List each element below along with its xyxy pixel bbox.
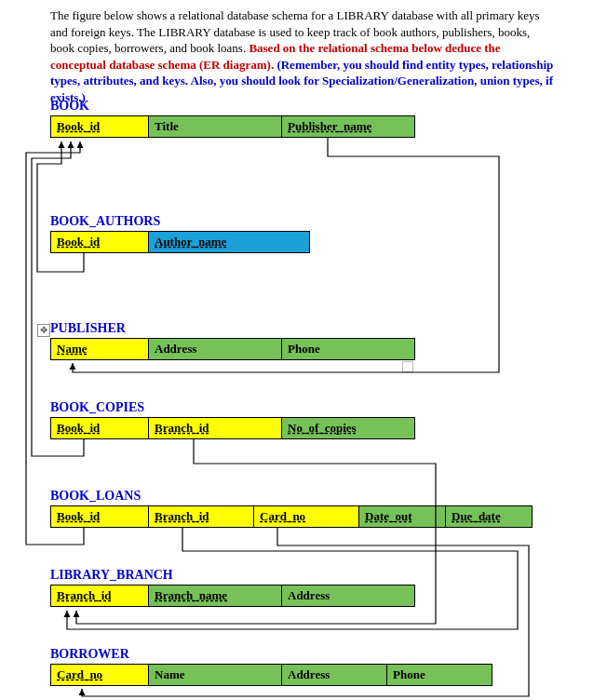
borrower-col-3: Phone: [387, 665, 492, 686]
title-book: BOOK: [50, 99, 89, 114]
book_authors-col-1: Author_name: [149, 232, 310, 253]
library_branch-col-1: Branch_name: [149, 586, 282, 607]
title-book-copies: BOOK_COPIES: [50, 400, 144, 415]
intro-paragraph: The figure below shows a relational data…: [50, 7, 557, 105]
selection-handle-icon: [402, 361, 413, 372]
borrower-col-2: Address: [282, 665, 387, 686]
title-library-branch: LIBRARY_BRANCH: [50, 568, 173, 583]
book_loans-col-2: Card_no: [254, 506, 359, 528]
table-book-copies: Book_idBranch_idNo_of_copies: [50, 417, 415, 439]
library_branch-col-2: Address: [282, 586, 415, 607]
book_copies-col-1: Branch_id: [149, 418, 282, 439]
title-publisher: PUBLISHER: [50, 321, 126, 336]
publisher-col-0: Name: [51, 339, 149, 360]
publisher-col-2: Phone: [282, 339, 415, 360]
table-book-loans: Book_idBranch_idCard_noDate_outDue_date: [50, 505, 533, 528]
library_branch-col-0: Branch_id: [51, 586, 149, 607]
page-content: The figure below shows a relational data…: [0, 0, 607, 120]
table-library-branch: Branch_idBranch_nameAddress: [50, 585, 415, 607]
book-col-2: Publisher_name: [282, 116, 415, 138]
publisher-col-1: Address: [149, 339, 282, 360]
table-borrower: Card_noNameAddressPhone: [50, 664, 492, 686]
book-col-1: Title: [149, 116, 282, 138]
book-col-0: Book_id: [51, 116, 149, 138]
borrower-col-1: Name: [149, 665, 282, 686]
book_authors-col-0: Book_id: [51, 232, 149, 253]
title-borrower: BORROWER: [50, 647, 129, 662]
book_copies-col-0: Book_id: [51, 418, 149, 439]
book_loans-col-4: Due_date: [446, 506, 533, 528]
table-publisher: NameAddressPhone: [50, 338, 415, 360]
title-book-loans: BOOK_LOANS: [50, 489, 141, 504]
book_copies-col-2: No_of_copies: [282, 418, 415, 439]
move-handle-icon[interactable]: ✥: [37, 324, 50, 337]
book_loans-col-3: Date_out: [359, 506, 446, 528]
borrower-col-0: Card_no: [51, 665, 149, 686]
book_loans-col-0: Book_id: [51, 506, 149, 528]
table-book-authors: Book_idAuthor_name: [50, 231, 310, 253]
book_loans-col-1: Branch_id: [149, 506, 254, 528]
title-book-authors: BOOK_AUTHORS: [50, 214, 160, 229]
table-book: Book_idTitlePublisher_name: [50, 115, 415, 138]
